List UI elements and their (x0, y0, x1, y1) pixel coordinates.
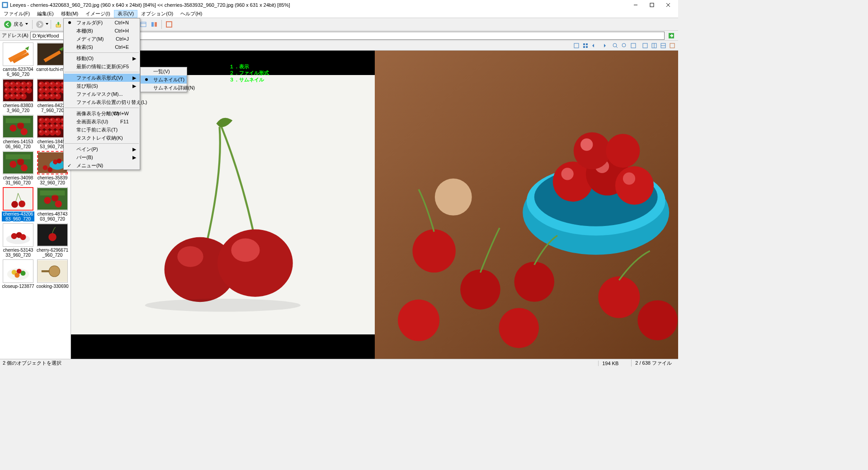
up-button[interactable] (53, 19, 63, 29)
thumbnail-item[interactable]: cooking-330690 (36, 259, 69, 289)
svg-point-36 (4, 87, 10, 93)
view-menu-dropdown[interactable]: フォルダ(F)Ctrl+N本棚(B)Ctrl+Hメディア(M)Ctrl+J検索(… (63, 18, 140, 170)
viewer-zoom-fit[interactable] (620, 42, 628, 50)
thumbnail-item[interactable]: cherries-5314333_960_720 (2, 223, 34, 258)
svg-point-69 (49, 87, 55, 93)
menu-item[interactable]: 全画面表示(U)F11 (64, 118, 140, 126)
view-area[interactable]: １．表示 ２．ファイル形式 ３．サムネイル (71, 51, 678, 359)
menu-item[interactable]: メディア(M)Ctrl+J (64, 35, 140, 43)
thumbnail-image (37, 187, 68, 211)
file-display-format-submenu[interactable]: 一覧(V)サムネイル(T)サムネイル詳細(N) (140, 67, 187, 92)
thumbnail-item[interactable]: cherries-4320683_960_720 (2, 187, 34, 221)
svg-point-85 (17, 122, 24, 129)
viewer-pane-2[interactable] (650, 42, 658, 50)
svg-point-127 (11, 201, 18, 207)
svg-point-32 (20, 81, 26, 87)
svg-point-57 (44, 81, 50, 87)
toolbar-separator (161, 20, 162, 29)
thumbnail-item[interactable]: closeup-123877 (2, 259, 34, 289)
menu-item[interactable]: サムネイル詳細(N) (141, 84, 187, 92)
thumbnail-item[interactable]: cherries-838033_960_720 (2, 79, 34, 113)
svg-line-156 (616, 47, 618, 48)
thumbnail-image (3, 151, 33, 174)
svg-point-170 (145, 299, 301, 312)
status-size: 194 KB (598, 361, 622, 366)
thumbnail-item[interactable]: cherries-3409831_960_720 (2, 151, 34, 185)
window-title: Leeyes - cherries-4320683_960_720.jpg (9… (10, 2, 627, 8)
svg-rect-1 (3, 3, 7, 7)
forward-dropdown-icon[interactable] (46, 23, 48, 26)
go-button[interactable] (666, 31, 676, 41)
menu-item[interactable]: 編集(E) (33, 10, 57, 18)
maximize-button[interactable] (644, 0, 660, 10)
viewer-pane-3[interactable] (659, 42, 667, 50)
minimize-button[interactable] (627, 0, 644, 10)
menu-item[interactable]: バー(B)▶ (64, 153, 140, 161)
thumbnail-item[interactable]: carrots-5237046_960_720 (2, 42, 34, 77)
svg-point-47 (5, 94, 7, 96)
svg-point-43 (22, 89, 24, 90)
menu-item[interactable]: サムネイル(T) (141, 75, 187, 84)
svg-point-187 (398, 300, 439, 341)
thumbnail-item[interactable]: cherries-4874303_960_720 (36, 187, 69, 221)
viewer-zoom-in[interactable] (611, 42, 619, 50)
menu-item[interactable]: フォルダ(F)Ctrl+N (64, 19, 140, 27)
menu-item[interactable]: 一覧(V) (141, 67, 187, 75)
menu-item[interactable]: 並び順(S)▶ (64, 82, 140, 90)
menu-item[interactable]: 最新の情報に更新(E)F5 (64, 62, 140, 70)
svg-rect-152 (586, 43, 588, 45)
svg-point-95 (56, 118, 58, 120)
svg-point-104 (55, 123, 61, 129)
back-button[interactable]: 戻る (2, 19, 30, 29)
viewer-tool-1[interactable] (572, 42, 580, 50)
thumbnail-pane[interactable]: carrots-5237046_960_720carrot-tuchi-mini… (0, 41, 71, 359)
menu-item[interactable]: イメージ(I) (82, 10, 113, 18)
viewer-tool-2[interactable] (581, 42, 590, 50)
menu-item[interactable]: 表示(V) (114, 10, 138, 18)
svg-point-82 (56, 94, 58, 96)
svg-point-119 (20, 164, 27, 171)
svg-point-112 (49, 130, 55, 136)
forward-button[interactable] (35, 19, 45, 29)
viewer-zoom-out[interactable] (629, 42, 637, 50)
menu-item[interactable]: ファイル表示形式(V)▶ (64, 74, 140, 82)
svg-rect-19 (151, 22, 154, 27)
menu-item[interactable]: ファイルマスク(M)... (64, 90, 140, 98)
svg-point-125 (47, 167, 52, 172)
thumbnail-caption: cherries-1415306_960_720 (2, 139, 34, 149)
svg-point-31 (16, 82, 18, 84)
viewer-pane-4[interactable] (668, 42, 676, 50)
menu-item[interactable]: オプション(O) (137, 10, 177, 18)
svg-point-61 (55, 81, 61, 87)
svg-point-35 (27, 82, 29, 84)
svg-point-65 (38, 87, 44, 93)
thumbnail-item[interactable]: cherry-6296671_960_720 (36, 223, 69, 258)
thumbnail-caption: cherries-838033_960_720 (2, 103, 34, 113)
svg-point-167 (177, 246, 203, 267)
dual-view-button[interactable] (149, 19, 159, 29)
menu-item[interactable]: ✓メニュー(N) (64, 161, 140, 169)
viewer-tool-4[interactable] (599, 42, 608, 50)
fullscreen-button[interactable] (164, 19, 174, 29)
menu-item[interactable]: 常に手前に表示(T) (64, 126, 140, 134)
close-button[interactable] (660, 0, 676, 10)
menu-item[interactable]: タスクトレイ収納(K) (64, 134, 140, 142)
svg-point-81 (55, 94, 61, 99)
svg-point-185 (412, 230, 455, 273)
menu-item[interactable]: ヘルプ(H) (177, 10, 206, 18)
viewer-pane-1[interactable] (641, 42, 649, 50)
toolbar-separator (32, 20, 33, 29)
menu-item[interactable]: ファイル(F) (0, 10, 33, 18)
thumbnail-item[interactable]: cherries-1415306_960_720 (2, 115, 34, 149)
svg-rect-154 (586, 46, 588, 48)
menu-item[interactable]: 本棚(B)Ctrl+H (64, 27, 140, 35)
menu-item[interactable]: 移動(M) (57, 10, 82, 18)
viewer-tool-3[interactable] (590, 42, 599, 50)
menu-item[interactable]: ペイン(P)▶ (64, 145, 140, 153)
menu-item[interactable]: ファイル表示位置の切り替え(L) (64, 98, 140, 106)
menu-item[interactable]: 画像表示を分離(W)Ctrl+W (64, 109, 140, 118)
menu-item[interactable]: 移動(O)▶ (64, 54, 140, 62)
menu-item[interactable]: 検索(S)Ctrl+E (64, 43, 140, 51)
svg-point-115 (56, 131, 58, 132)
svg-point-33 (22, 82, 24, 84)
